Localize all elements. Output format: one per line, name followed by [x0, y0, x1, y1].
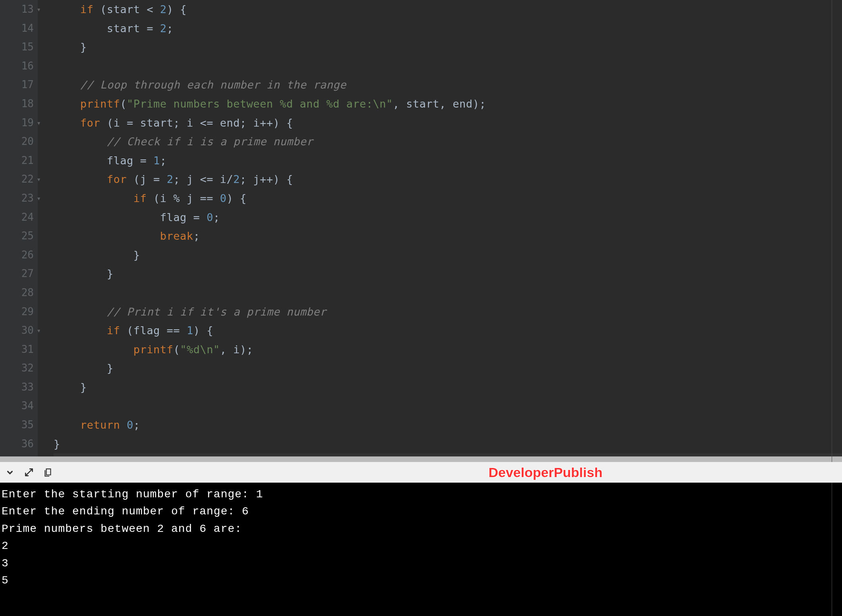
- line-number[interactable]: 16: [0, 57, 34, 76]
- code-line: break;: [54, 227, 842, 246]
- line-number-gutter[interactable]: 13 14 15 16 17 18 19 20 21 22 23 24 25 2…: [0, 0, 38, 456]
- watermark-text: DeveloperPublish: [489, 465, 603, 480]
- code-line: if (flag == 1) {: [54, 321, 842, 340]
- code-line: if (start < 2) {: [54, 0, 842, 19]
- copy-icon[interactable]: [43, 467, 53, 477]
- line-number[interactable]: 26: [0, 246, 34, 265]
- code-line: }: [54, 359, 842, 378]
- code-line: // Check if i is a prime number: [54, 132, 842, 151]
- code-line: [54, 453, 842, 456]
- console-line: Prime numbers between 2 and 6 are:: [2, 520, 840, 537]
- code-line: }: [54, 378, 842, 397]
- panel-divider[interactable]: [0, 456, 842, 462]
- line-number[interactable]: 27: [0, 264, 34, 283]
- expand-icon[interactable]: [24, 467, 34, 477]
- line-number[interactable]: 29: [0, 302, 34, 321]
- code-content[interactable]: if (start < 2) { start = 2; } // Loop th…: [38, 0, 842, 456]
- line-number[interactable]: 22: [0, 170, 34, 189]
- line-number[interactable]: 18: [0, 94, 34, 114]
- line-number[interactable]: 37: [0, 453, 34, 456]
- code-line: [54, 397, 842, 416]
- code-line: flag = 1;: [54, 151, 842, 170]
- code-line: return 0;: [54, 416, 842, 435]
- line-number[interactable]: 19: [0, 114, 34, 133]
- line-number[interactable]: 32: [0, 359, 34, 378]
- line-number[interactable]: 36: [0, 435, 34, 454]
- code-line: printf("%d\n", i);: [54, 340, 842, 359]
- code-line: // Print i if it's a prime number: [54, 302, 842, 321]
- line-number[interactable]: 33: [0, 378, 34, 397]
- line-number[interactable]: 35: [0, 416, 34, 435]
- right-margin-line: [832, 0, 832, 456]
- line-number[interactable]: 30: [0, 321, 34, 340]
- console-line: Enter the ending number of range: 6: [2, 503, 840, 520]
- code-line: start = 2;: [54, 19, 842, 38]
- code-line: for (i = start; i <= end; i++) {: [54, 114, 842, 133]
- line-number[interactable]: 24: [0, 208, 34, 227]
- code-line: // Loop through each number in the range: [54, 75, 842, 94]
- code-line: }: [54, 246, 842, 265]
- console-line: Enter the starting number of range: 1: [2, 486, 840, 503]
- console-line: 5: [2, 572, 840, 589]
- line-number[interactable]: 21: [0, 151, 34, 170]
- code-line: flag = 0;: [54, 208, 842, 227]
- code-line: printf("Prime numbers between %d and %d …: [54, 94, 842, 114]
- line-number[interactable]: 31: [0, 340, 34, 359]
- line-number[interactable]: 28: [0, 283, 34, 302]
- code-line: }: [54, 435, 842, 454]
- console-output[interactable]: Enter the starting number of range: 1 En…: [0, 483, 842, 616]
- line-number[interactable]: 13: [0, 0, 34, 19]
- console-toolbar: DeveloperPublish: [0, 462, 842, 483]
- chevron-down-icon[interactable]: [5, 467, 15, 477]
- code-line: if (i % j == 0) {: [54, 189, 842, 208]
- console-line: 2: [2, 537, 840, 554]
- code-editor[interactable]: 13 14 15 16 17 18 19 20 21 22 23 24 25 2…: [0, 0, 842, 456]
- line-number[interactable]: 17: [0, 75, 34, 94]
- line-number[interactable]: 15: [0, 38, 34, 57]
- console-line: 3: [2, 555, 840, 572]
- line-number[interactable]: 25: [0, 227, 34, 246]
- code-line: for (j = 2; j <= i/2; j++) {: [54, 170, 842, 189]
- line-number[interactable]: 20: [0, 132, 34, 151]
- code-line: [54, 283, 842, 302]
- code-line: [54, 57, 842, 76]
- code-line: }: [54, 264, 842, 283]
- line-number[interactable]: 34: [0, 397, 34, 416]
- line-number[interactable]: 14: [0, 19, 34, 38]
- line-number[interactable]: 23: [0, 189, 34, 208]
- code-line: }: [54, 38, 842, 57]
